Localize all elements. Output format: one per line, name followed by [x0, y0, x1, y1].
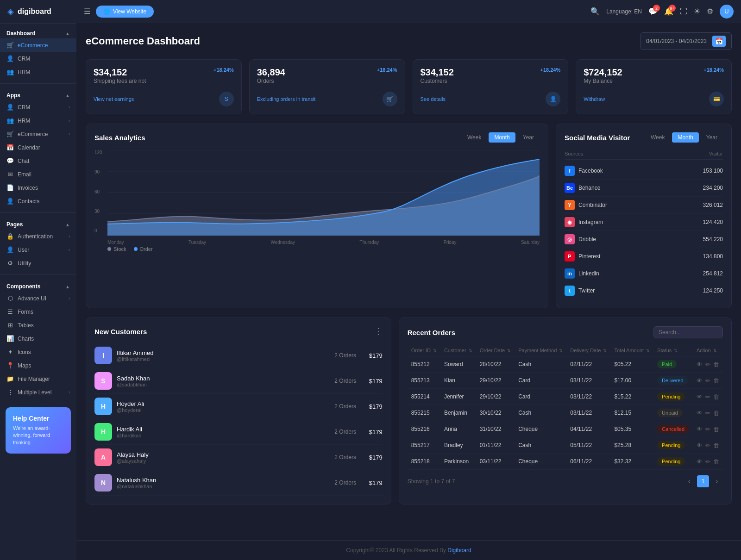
sidebar-item-user[interactable]: 👤 User ›: [0, 243, 76, 256]
date-picker[interactable]: 04/01/2023 - 04/01/2023 📅: [640, 32, 732, 50]
sidebar-item-tables[interactable]: ⊞ Tables: [0, 318, 76, 332]
dashboard-section-header[interactable]: Dashboard ▲: [0, 26, 76, 38]
delete-icon[interactable]: 🗑: [713, 442, 719, 449]
view-icon[interactable]: 👁: [697, 458, 703, 465]
social-row: ◉ Instagram 124,420: [565, 214, 723, 231]
stat-value: $34,152: [94, 67, 146, 78]
customers-header: New Customers ⋮: [94, 326, 383, 336]
edit-icon[interactable]: ✏: [705, 361, 710, 368]
edit-icon[interactable]: ✏: [705, 426, 710, 433]
delete-icon[interactable]: 🗑: [713, 377, 719, 384]
sidebar-item-icons[interactable]: ✦ Icons: [0, 345, 76, 359]
edit-icon[interactable]: ✏: [705, 458, 710, 465]
hamburger-icon[interactable]: ☰: [84, 7, 90, 16]
sort-icon[interactable]: ⇅: [559, 348, 563, 353]
components-section-header[interactable]: Components ▲: [0, 280, 76, 292]
sidebar-item-hrm[interactable]: 👥 HRM: [0, 65, 76, 79]
edit-icon[interactable]: ✏: [705, 442, 710, 449]
search-icon[interactable]: 🔍: [590, 7, 600, 16]
apps-section-header[interactable]: Apps ▲: [0, 88, 76, 100]
customer-orders: 2 Orders: [332, 454, 359, 460]
edit-icon[interactable]: ✏: [705, 377, 710, 384]
next-page-button[interactable]: ›: [711, 475, 723, 487]
language-selector[interactable]: Language: EN: [606, 8, 642, 15]
sort-icon[interactable]: ⇅: [603, 348, 607, 353]
stat-link[interactable]: View net earnings: [94, 96, 134, 102]
apps-crm-label: CRM: [18, 104, 30, 111]
tab-week[interactable]: Week: [462, 132, 487, 143]
order-status: Pending: [653, 437, 693, 454]
view-icon[interactable]: 👁: [697, 410, 703, 417]
sort-icon[interactable]: ⇅: [433, 348, 437, 353]
calendar-label: Calendar: [18, 144, 40, 151]
social-tab-month[interactable]: Month: [672, 132, 698, 143]
brand-link[interactable]: Digiboard: [447, 547, 471, 554]
sidebar-item-invoices[interactable]: 📄 Invoices: [0, 181, 76, 194]
delete-icon[interactable]: 🗑: [713, 361, 719, 368]
view-icon[interactable]: 👁: [697, 361, 703, 368]
delete-icon[interactable]: 🗑: [713, 458, 719, 465]
delete-icon[interactable]: 🗑: [713, 410, 719, 417]
user-chevron-icon: ›: [69, 247, 70, 252]
user-avatar[interactable]: U: [720, 5, 734, 19]
stat-link[interactable]: Excluding orders in transit: [257, 96, 316, 102]
sidebar-item-calendar[interactable]: 📅 Calendar: [0, 141, 76, 154]
sidebar-item-advance-ui[interactable]: ⬡ Advance UI ›: [0, 292, 76, 305]
sidebar-item-apps-crm[interactable]: 👤 CRM ›: [0, 100, 76, 114]
bell-notification[interactable]: 🔔 9+: [664, 7, 673, 16]
sort-icon[interactable]: ⇅: [469, 348, 472, 353]
action-icons: 👁 ✏ 🗑: [697, 458, 719, 465]
apps-ecommerce-chevron-icon: ›: [69, 131, 70, 137]
delete-icon[interactable]: 🗑: [713, 426, 719, 433]
stat-link[interactable]: Withdraw: [584, 96, 605, 102]
view-icon[interactable]: 👁: [697, 377, 703, 384]
fullscreen-icon[interactable]: ⛶: [680, 7, 687, 16]
tab-year[interactable]: Year: [517, 132, 540, 143]
chat-notification[interactable]: 💬 2: [648, 7, 658, 16]
social-tab-year[interactable]: Year: [701, 132, 723, 143]
social-tab-week[interactable]: Week: [645, 132, 670, 143]
stat-link[interactable]: See details: [421, 96, 446, 102]
sort-icon[interactable]: ⇅: [646, 348, 650, 353]
edit-icon[interactable]: ✏: [705, 410, 710, 417]
customer-amount: $179: [364, 378, 383, 385]
social-visitors: 153,100: [703, 168, 723, 174]
sidebar-item-chat[interactable]: 💬 Chat: [0, 154, 76, 168]
sidebar-item-multiple-level[interactable]: ⋮ Multiple Level ›: [0, 386, 76, 399]
table-row: 855216 Anna 31/10/22 Cheque 04/11/22 $05…: [408, 421, 723, 437]
sort-icon[interactable]: ⇅: [674, 348, 678, 353]
view-icon[interactable]: 👁: [697, 393, 703, 400]
sort-icon[interactable]: ⇅: [507, 348, 511, 353]
sidebar-item-ecommerce[interactable]: 🛒 eCommerce: [0, 38, 76, 52]
copyright-text: Copyright© 2023 All Rights Reserved By: [346, 547, 447, 554]
sort-icon[interactable]: ⇅: [713, 348, 717, 353]
sidebar-item-utility[interactable]: ⚙ Utility: [0, 256, 76, 270]
sidebar-item-forms[interactable]: ☰ Forms: [0, 305, 76, 318]
edit-icon[interactable]: ✏: [705, 393, 710, 400]
sidebar-item-apps-ecommerce[interactable]: 🛒 eCommerce ›: [0, 127, 76, 141]
brightness-icon[interactable]: ☀: [694, 7, 700, 16]
sidebar-item-authentication[interactable]: 🔒 Authentication ›: [0, 230, 76, 243]
sidebar-item-crm[interactable]: 👤 CRM: [0, 52, 76, 65]
advance-ui-chevron-icon: ›: [69, 296, 70, 301]
sidebar-item-file-manager[interactable]: 📁 File Manager: [0, 372, 76, 386]
sidebar-item-contacts[interactable]: 👤 Contacts: [0, 194, 76, 208]
settings-icon[interactable]: ⚙: [707, 7, 713, 16]
tab-month[interactable]: Month: [489, 132, 515, 143]
sidebar-item-apps-hrm[interactable]: 👥 HRM ›: [0, 114, 76, 127]
view-icon[interactable]: 👁: [697, 426, 703, 433]
col-action: Action ⇅: [693, 345, 723, 356]
sidebar-item-charts[interactable]: 📊 Charts: [0, 332, 76, 345]
view-icon[interactable]: 👁: [697, 442, 703, 449]
customers-more-icon[interactable]: ⋮: [374, 326, 383, 336]
pages-section-header[interactable]: Pages ▲: [0, 218, 76, 230]
order-action: 👁 ✏ 🗑: [693, 437, 723, 454]
orders-search-input[interactable]: [653, 326, 723, 338]
delete-icon[interactable]: 🗑: [713, 393, 719, 400]
col-status: Status ⇅: [653, 345, 693, 356]
sidebar-item-maps[interactable]: 📍 Maps: [0, 359, 76, 372]
sidebar-item-email[interactable]: ✉ Email: [0, 168, 76, 181]
page-1-button[interactable]: 1: [697, 475, 709, 487]
view-website-button[interactable]: 🌐 View Website: [96, 6, 154, 18]
prev-page-button[interactable]: ‹: [683, 475, 695, 487]
